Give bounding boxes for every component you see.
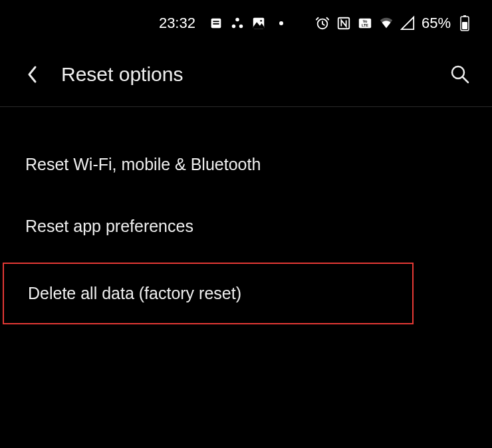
setting-item-label: Reset Wi-Fi, mobile & Bluetooth [25,155,261,173]
photo-icon [251,16,266,31]
setting-reset-app-preferences[interactable]: Reset app preferences [0,195,492,257]
svg-text:LTE: LTE [362,24,368,28]
nfc-icon [336,16,351,31]
setting-item-label: Reset app preferences [25,217,193,235]
status-time: 23:32 [159,15,195,32]
status-separator-dot [279,21,283,25]
status-icons-left [209,16,266,31]
svg-point-8 [260,20,262,22]
svg-point-4 [232,25,236,29]
signal-icon [400,16,415,31]
wifi-icon [379,16,394,31]
svg-point-3 [235,18,239,22]
app-header: Reset options [0,47,492,106]
back-button[interactable] [23,64,43,84]
dots-icon [230,16,245,31]
setting-item-label: Delete all data (factory reset) [28,284,241,302]
svg-rect-1 [213,21,219,22]
volte-icon: Vo LTE [358,16,372,31]
svg-point-5 [239,25,243,29]
status-bar: 23:32 [0,0,492,47]
setting-reset-network[interactable]: Reset Wi-Fi, mobile & Bluetooth [0,134,492,195]
page-title: Reset options [61,63,430,86]
svg-rect-16 [462,22,467,29]
settings-list: Reset Wi-Fi, mobile & Bluetooth Reset ap… [0,107,492,324]
alarm-icon [315,16,330,31]
svg-rect-2 [213,23,219,25]
setting-factory-reset[interactable]: Delete all data (factory reset) [3,263,414,324]
battery-icon [457,16,472,31]
svg-text:Vo: Vo [363,19,368,23]
search-button[interactable] [448,62,472,86]
battery-percent: 65% [422,15,451,32]
notification-icon [209,16,223,31]
status-icons-right: Vo LTE 65% [315,15,472,32]
